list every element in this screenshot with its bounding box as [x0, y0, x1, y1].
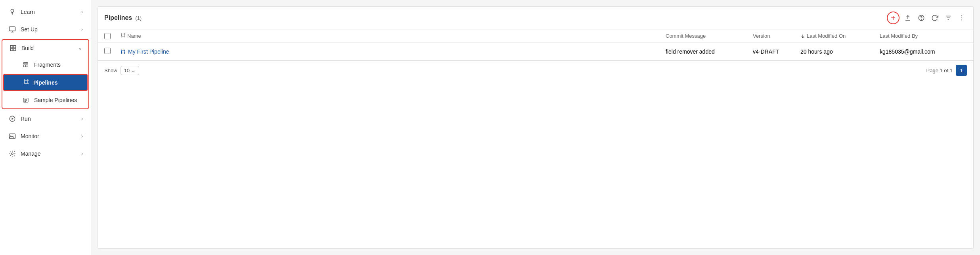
monitor-icon [8, 25, 17, 34]
manage-icon [8, 149, 17, 158]
sidebar-item-manage-label: Manage [21, 151, 81, 157]
lightbulb-icon [8, 8, 17, 16]
panel-title: Pipelines (1) [104, 14, 142, 21]
content-panel: Pipelines (1) + [98, 6, 974, 249]
col-name-icon [120, 33, 126, 39]
select-all-checkbox[interactable] [104, 33, 111, 39]
svg-point-40 [121, 50, 122, 50]
show-select[interactable]: 10 ⌄ [121, 66, 139, 75]
plus-icon: + [891, 14, 896, 23]
filter-icon [945, 14, 952, 21]
row-modified-on: 20 hours ago [800, 48, 833, 55]
col-modified-by-label: Last Modified By [880, 33, 918, 39]
refresh-icon [931, 14, 938, 21]
svg-point-42 [121, 52, 122, 53]
show-control: Show 10 ⌄ [104, 66, 139, 75]
svg-point-41 [124, 50, 124, 50]
row-modified-by-cell: kg185035@gmail.com [880, 48, 967, 55]
page-number: 1 [960, 68, 963, 73]
svg-point-28 [961, 15, 962, 16]
svg-point-0 [11, 9, 14, 12]
col-modified-on-label: Last Modified On [807, 33, 846, 39]
sidebar-item-setup-label: Set Up [21, 26, 81, 33]
fragments-icon [21, 60, 30, 69]
sidebar-item-setup[interactable]: Set Up › [2, 21, 89, 38]
row-version-cell: v4-DRAFT [753, 48, 800, 55]
chevron-right-icon: › [81, 9, 83, 15]
svg-point-32 [124, 33, 124, 34]
more-icon [958, 14, 965, 21]
help-button[interactable] [916, 13, 926, 23]
col-name: Name [120, 33, 666, 39]
sidebar-item-pipelines[interactable]: Pipelines [3, 74, 88, 91]
col-version-label: Version [753, 33, 770, 39]
sidebar-item-monitor-label: Monitor [21, 133, 81, 139]
row-modified-on-cell: 20 hours ago [800, 48, 880, 55]
upload-button[interactable] [903, 13, 913, 23]
sidebar-item-run-label: Run [21, 116, 81, 122]
more-button[interactable] [957, 13, 967, 23]
show-value: 10 [124, 68, 130, 73]
upload-icon [904, 14, 911, 21]
col-name-label: Name [127, 33, 141, 39]
sidebar-item-build-label: Build [21, 45, 78, 51]
svg-point-11 [27, 83, 29, 84]
table-footer: Show 10 ⌄ Page 1 of 1 1 [98, 60, 973, 80]
sidebar-item-sample-pipelines[interactable]: Sample Pipelines [2, 92, 88, 108]
row-checkbox[interactable] [104, 48, 111, 54]
page-number-button[interactable]: 1 [956, 65, 967, 76]
sidebar-item-learn[interactable]: Learn › [2, 4, 89, 20]
header-actions: + [887, 12, 967, 24]
sidebar-item-fragments-label: Fragments [34, 62, 82, 68]
pipeline-name: My First Pipeline [128, 48, 169, 55]
add-pipeline-button[interactable]: + [887, 12, 900, 24]
chevron-down-icon: ⌄ [78, 45, 82, 51]
panel-count: (1) [135, 15, 142, 21]
svg-rect-1 [10, 27, 15, 31]
svg-rect-6 [10, 48, 13, 51]
sort-down-icon [800, 34, 805, 39]
sidebar-item-build[interactable]: Build ⌄ [2, 40, 88, 56]
sidebar-item-fragments[interactable]: Fragments [2, 56, 88, 73]
sidebar-item-monitor[interactable]: Monitor › [2, 128, 89, 145]
sidebar: Learn › Set Up › Build [0, 0, 91, 255]
page-text: Page 1 of 1 [926, 68, 953, 73]
refresh-button[interactable] [930, 13, 940, 23]
panel-header: Pipelines (1) + [98, 7, 973, 29]
chevron-right-icon: › [81, 151, 83, 156]
row-version: v4-DRAFT [753, 48, 779, 55]
sidebar-item-run[interactable]: Run › [2, 110, 89, 127]
pipelines-icon [23, 79, 29, 86]
col-checkbox [104, 33, 120, 39]
row-modified-by: kg185035@gmail.com [880, 48, 935, 55]
svg-point-33 [121, 36, 122, 37]
svg-rect-5 [13, 45, 16, 48]
col-version: Version [753, 33, 800, 39]
sidebar-item-manage[interactable]: Manage › [2, 145, 89, 162]
main-content: Pipelines (1) + [91, 0, 980, 255]
col-modified-by: Last Modified By [880, 33, 967, 39]
svg-point-8 [24, 80, 25, 81]
svg-point-30 [961, 19, 962, 20]
col-commit: Commit Message [666, 33, 753, 39]
run-icon [8, 114, 17, 123]
table-header: Name Commit Message Version Last Modifie… [98, 29, 973, 43]
col-modified-on[interactable]: Last Modified On [800, 33, 880, 39]
monitor2-icon [8, 132, 17, 141]
table-row: My First Pipeline field remover added v4… [98, 43, 973, 60]
chevron-right-icon: › [81, 27, 83, 32]
row-checkbox-cell [104, 48, 120, 55]
svg-point-31 [121, 33, 122, 34]
svg-point-29 [961, 17, 962, 18]
svg-point-22 [11, 153, 13, 155]
pipeline-link-icon [120, 49, 126, 54]
filter-button[interactable] [943, 13, 953, 23]
svg-point-9 [27, 80, 29, 81]
pipeline-link[interactable]: My First Pipeline [120, 48, 666, 55]
pagination: Page 1 of 1 1 [926, 65, 967, 76]
help-icon [918, 14, 925, 21]
svg-point-10 [24, 83, 25, 84]
chevron-right-icon: › [81, 133, 83, 139]
panel-title-text: Pipelines [104, 14, 132, 21]
svg-point-24 [921, 19, 922, 19]
